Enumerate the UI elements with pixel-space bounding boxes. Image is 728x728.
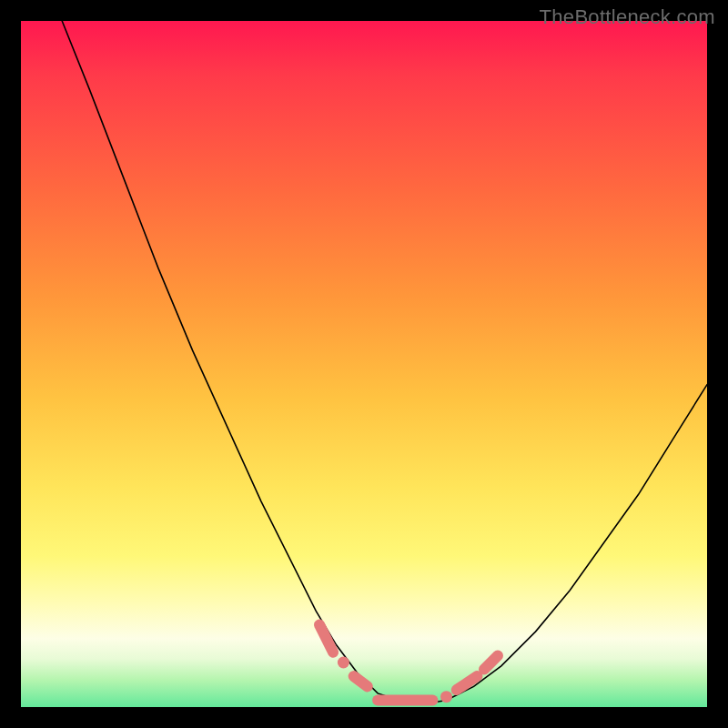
marker-segment xyxy=(457,676,478,690)
marker-segment xyxy=(354,676,368,686)
marker-segment xyxy=(484,656,498,670)
watermark-text: TheBottleneck.com xyxy=(540,5,715,29)
marker-segment xyxy=(319,625,333,652)
marker-dot xyxy=(338,657,349,669)
optimal-zone-markers xyxy=(319,625,498,703)
bottleneck-curve-line xyxy=(62,21,707,703)
marker-dot xyxy=(440,691,452,703)
app-frame: TheBottleneck.com xyxy=(0,0,728,728)
bottleneck-chart xyxy=(21,21,707,707)
